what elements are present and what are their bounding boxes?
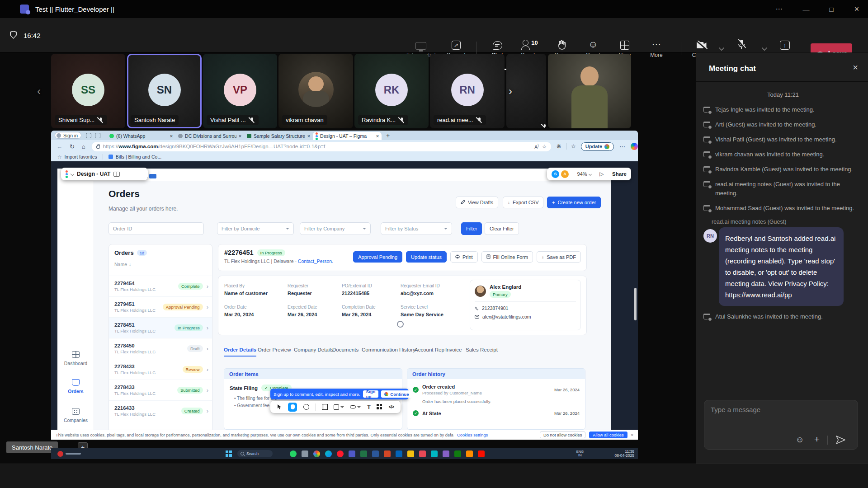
filter-status-select[interactable]: Filter by Status [381, 222, 452, 235]
tab-account-rep[interactable]: Account Rep [415, 347, 444, 352]
window-more-icon[interactable]: ⋯ [769, 0, 789, 18]
tab-communication-history[interactable]: Communication History [362, 347, 415, 352]
tab-order-details[interactable]: Order Details [224, 347, 256, 357]
reload-icon[interactable]: ↻ [70, 143, 75, 150]
tab-actions-icon[interactable] [95, 133, 100, 138]
order-row[interactable]: 2279454TL Flex Holdings LLC Complete› [109, 276, 212, 296]
message-input[interactable] [711, 406, 852, 433]
attach-plus-icon[interactable]: + [814, 434, 820, 445]
clear-filter-button[interactable]: Clear Filter [485, 222, 519, 235]
home-icon[interactable]: ⌂ [82, 143, 85, 150]
tab-close-icon[interactable]: × [307, 133, 310, 139]
video-tile[interactable]: vikram chavan [278, 54, 353, 128]
tiles-scroll-right-icon[interactable]: › [509, 85, 512, 98]
export-csv-button[interactable]: ↓Export CSV [503, 197, 543, 208]
canvas-scrollbar[interactable] [634, 288, 637, 320]
favorite-star-icon[interactable]: ☆ [542, 143, 547, 150]
tab-company-details[interactable]: Company Details [294, 347, 334, 352]
tab-close-icon[interactable]: × [239, 133, 241, 139]
new-tab-button[interactable]: + [386, 132, 390, 139]
chat-input-box[interactable]: ☺ + [704, 400, 858, 450]
browser-tab-dc[interactable]: DC Divisions and Surroundings× [175, 132, 244, 140]
text-tool-icon[interactable]: T [367, 404, 371, 410]
cookie-settings-link[interactable]: Cookies settings [457, 433, 488, 437]
connector-tool-icon[interactable] [350, 405, 361, 408]
order-row[interactable]: 2278433TL Flex Holdings LLC Review› [109, 359, 212, 380]
favorites-list-icon[interactable]: ☆ [571, 143, 576, 150]
name-column-header[interactable]: Name [114, 262, 127, 267]
filter-domicile-select[interactable]: Filter by Domicile [217, 222, 294, 235]
tab-close-icon[interactable]: × [376, 133, 379, 139]
order-row[interactable]: 2278433TL Flex Holdings LLC Submitted› [109, 380, 212, 400]
layout-panel-icon[interactable] [113, 172, 120, 177]
video-tile-active[interactable]: SN Santosh Narate [127, 54, 202, 128]
order-row[interactable]: 2216433TL Flex Holdings LLC Created› [109, 400, 212, 421]
window-close-button[interactable]: × [846, 0, 867, 18]
shape-tool-icon[interactable] [334, 404, 344, 410]
tab-documents[interactable]: Documents [332, 347, 359, 352]
shape-ellipse-icon[interactable] [303, 404, 309, 410]
fill-online-form-button[interactable]: Fill Online Form [481, 251, 533, 263]
update-status-button[interactable]: Update status [406, 251, 447, 263]
sidebar-item-companies[interactable]: Companies [57, 408, 94, 423]
video-tile-partial[interactable] [506, 54, 546, 128]
video-tile-photo[interactable] [548, 54, 631, 128]
video-tile[interactable]: RK Ravindra K... [354, 54, 429, 128]
view-drafts-button[interactable]: View Drafts [456, 197, 498, 208]
component-tool-icon[interactable] [377, 404, 382, 410]
order-row[interactable]: 2278450TL Flex Holdings LLC Draft› [109, 338, 212, 359]
save-pdf-button[interactable]: ↓ Save as PDF [537, 251, 581, 263]
video-tile[interactable]: RN read.ai mee... [430, 54, 505, 128]
deny-cookies-button[interactable]: Do not allow cookies [540, 432, 585, 438]
tab-invoice[interactable]: Invoice [445, 347, 462, 352]
print-button[interactable]: Print [450, 251, 478, 263]
figma-logo-icon[interactable] [66, 170, 68, 178]
create-order-button[interactable]: +Create new order [547, 197, 601, 208]
sidebar-item-dashboard[interactable]: Dashboard [57, 351, 94, 366]
frame-tool-icon[interactable] [322, 404, 328, 410]
copilot-icon[interactable] [631, 143, 638, 150]
approval-pending-button[interactable]: Approval Pending [353, 251, 402, 263]
sidebar-item-orders[interactable]: Orders [57, 379, 94, 394]
order-row-selected[interactable]: 2278451TL Flex Holdings LLC In Progress› [109, 317, 212, 338]
bookmark-bills[interactable]: Bills | Billing and Co... [116, 154, 161, 160]
collaborator-avatar[interactable]: A [561, 170, 569, 178]
browser-menu-icon[interactable]: ⋯ [619, 143, 625, 150]
code-tool-icon[interactable]: </> [389, 404, 394, 409]
extensions-icon[interactable]: ❋ [557, 143, 561, 150]
present-play-icon[interactable]: ▷ [599, 171, 604, 177]
video-tile[interactable]: VP Vishal Patil ... [203, 54, 277, 128]
tiles-scroll-left-icon[interactable]: ‹ [37, 85, 41, 98]
filter-company-select[interactable]: Filter by Company [300, 222, 371, 235]
chevron-down-icon[interactable] [71, 172, 74, 176]
zoom-level[interactable]: 94% [577, 171, 587, 177]
tab-close-icon[interactable]: × [170, 133, 173, 139]
tab-sales-receipt[interactable]: Sales Receipt [466, 347, 498, 352]
window-maximize-button[interactable]: □ [821, 0, 842, 18]
emoji-icon[interactable]: ☺ [796, 435, 804, 445]
figma-share-button[interactable]: Share [612, 171, 627, 177]
window-minimize-button[interactable]: — [796, 0, 816, 18]
hand-tool-icon-active[interactable] [288, 403, 297, 412]
contact-phone[interactable]: 2123874901 [482, 305, 508, 311]
order-row[interactable]: 2279451TL Flex Holdings LLC Approval Pen… [109, 296, 212, 317]
browser-tab-excel[interactable]: Sample Salary Structure with calc× [244, 132, 313, 140]
video-tile[interactable]: SS Shivani Sup... [51, 54, 125, 128]
cookie-close-icon[interactable]: × [631, 433, 633, 437]
browser-tab-figma-active[interactable]: Design - UAT – Figma× [313, 132, 382, 140]
tab-order-preview[interactable]: Order Preview [258, 347, 291, 352]
read-aloud-icon[interactable]: A) [534, 143, 538, 150]
profile-signin-button[interactable]: Sign in [55, 132, 81, 139]
browser-update-button[interactable]: Update [581, 142, 614, 151]
browser-tab-whatsapp[interactable]: (6) WhatsApp× [107, 132, 175, 140]
address-bar[interactable]: https://www.figma.com/design/9BKQ0FOHRWa… [92, 142, 551, 151]
bookmark-import[interactable]: Import favorites [64, 154, 97, 160]
collaborator-avatar[interactable]: S [552, 170, 559, 178]
signup-button[interactable]: Sign up [363, 390, 379, 398]
cursor-tool-icon[interactable] [277, 404, 282, 410]
contact-email[interactable]: alex@vstatefilings.com [482, 314, 531, 319]
continue-google-button[interactable]: Continue [381, 390, 412, 398]
order-id-input[interactable]: Order ID [108, 222, 204, 235]
more-button[interactable]: ⋯ More [635, 39, 678, 58]
send-icon[interactable] [835, 435, 846, 445]
